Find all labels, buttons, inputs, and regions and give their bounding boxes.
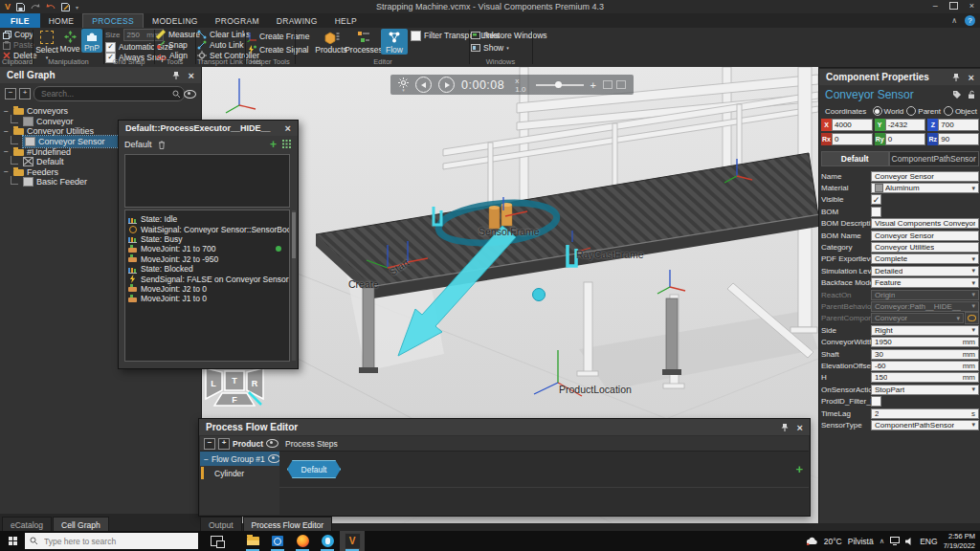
expand-all-button[interactable]: +	[19, 88, 31, 99]
simulation-play-button[interactable]	[438, 77, 455, 93]
simulation-speed-slider[interactable]	[536, 84, 584, 86]
qat-customize-icon[interactable]: ▾	[76, 4, 78, 11]
simulation-reset-button[interactable]	[415, 77, 432, 93]
default-step-badge[interactable]: Default	[287, 460, 341, 478]
flow-group-item[interactable]: −Flow Group #1	[200, 452, 279, 466]
slider-knob[interactable]	[555, 81, 562, 88]
tab-file[interactable]: FILE	[0, 13, 40, 28]
property-onsensoraction-dropdown[interactable]: StopPart▾	[871, 385, 979, 395]
maximize-button[interactable]	[949, 2, 958, 10]
collapse-all-button[interactable]: −	[5, 88, 16, 99]
help-icon[interactable]: ?	[965, 15, 975, 26]
pnp-button[interactable]: PnP	[81, 29, 102, 53]
process-flow-editor-header[interactable]: Process Flow Editor ×	[199, 419, 810, 435]
measure-button[interactable]: Measure	[156, 30, 200, 39]
add-statement-button[interactable]: +	[270, 138, 277, 151]
expand-all-button[interactable]: +	[218, 438, 230, 450]
property-elevationoffset-input[interactable]: -60mm	[871, 361, 979, 371]
auto-link-button[interactable]: Auto Link	[197, 40, 243, 50]
clear-links-button[interactable]: Clear Links	[197, 30, 251, 39]
radio-parent[interactable]: Parent	[906, 106, 941, 116]
taskbar-search-input[interactable]	[42, 536, 193, 547]
add-step-button[interactable]: +	[795, 462, 803, 476]
skype-button[interactable]	[315, 531, 340, 551]
flow-step-row[interactable]: Default +	[279, 452, 809, 488]
visibility-eye-icon[interactable]	[268, 454, 280, 463]
component-picker-icon[interactable]	[965, 312, 979, 324]
language-indicator[interactable]: ENG	[920, 537, 937, 546]
products-button[interactable]: Products	[316, 29, 346, 55]
coord-rx[interactable]: Rx0	[821, 133, 873, 145]
visibility-eye-icon[interactable]	[266, 439, 278, 448]
flow-button[interactable]: Flow	[381, 29, 408, 55]
close-icon[interactable]: ×	[969, 73, 974, 82]
undo-icon[interactable]	[46, 3, 56, 11]
show-button[interactable]: Show▾	[471, 43, 509, 53]
tab-ecatalog[interactable]: eCatalog	[2, 517, 52, 532]
task-view-button[interactable]	[204, 531, 229, 551]
copy-button[interactable]: Copy	[3, 30, 33, 39]
tab-default[interactable]: Default	[821, 151, 889, 166]
redo-icon[interactable]	[31, 3, 40, 11]
outlook-button[interactable]	[265, 531, 290, 551]
coord-rz[interactable]: Rz90	[927, 133, 979, 145]
radio-world[interactable]: World	[873, 106, 904, 116]
pin-icon[interactable]	[781, 423, 789, 432]
close-icon[interactable]: ×	[797, 423, 803, 432]
processes-button[interactable]: Processes	[347, 29, 380, 55]
statement[interactable]: State: Idle	[125, 214, 289, 224]
pin-icon[interactable]	[172, 71, 180, 80]
radio-object[interactable]: Object	[944, 106, 977, 116]
tab-output[interactable]: Output	[200, 517, 242, 532]
clock[interactable]: 2:56 PM7/19/2022	[944, 532, 975, 550]
property-conveyorwidth-input[interactable]: 1950mm	[871, 337, 979, 347]
property-prodid-filter-checkbox[interactable]	[871, 396, 881, 407]
tab-drawing[interactable]: DRAWING	[268, 13, 326, 28]
snap-button[interactable]: Snap	[156, 40, 188, 50]
flow-item-cylinder[interactable]: Cylinder	[200, 466, 279, 480]
paste-button[interactable]: Paste	[3, 40, 34, 50]
property-pdf-exportlevel-dropdown[interactable]: Complete▾	[871, 253, 979, 264]
grid-view-icon[interactable]	[282, 140, 292, 149]
property-bom-name-input[interactable]: Conveyor Sensor	[871, 231, 979, 241]
property-name-input[interactable]: Conveyor Sensor	[871, 171, 979, 182]
scrollbar[interactable]	[292, 210, 296, 361]
coord-x[interactable]: X4000	[821, 119, 873, 131]
save-as-icon[interactable]	[61, 3, 70, 11]
property-bom-description-input[interactable]: Visual Components Conveyor Sensor	[871, 218, 979, 229]
start-button[interactable]	[0, 531, 25, 551]
statement[interactable]: MoveJoint: J1 to 0	[125, 294, 289, 303]
statement[interactable]: MoveJoint: J2 to -950	[125, 254, 289, 264]
executor-tab-default[interactable]: Default	[124, 140, 152, 149]
process-executor-header[interactable]: Default::ProcessExecutor__HIDE__ ×	[119, 121, 298, 136]
file-explorer-button[interactable]	[240, 531, 265, 551]
collapse-all-button[interactable]: −	[204, 438, 215, 450]
select-button[interactable]: Select▾	[35, 29, 58, 59]
firefox-button[interactable]	[290, 531, 315, 551]
property-shaft-input[interactable]: 30mm	[871, 349, 979, 360]
statement[interactable]: MoveJoint: J1 to 700	[125, 244, 289, 253]
minimize-button[interactable]: –	[933, 1, 938, 11]
statement[interactable]: WaitSignal: Conveyor Sensor::SensorBoole…	[125, 224, 289, 233]
property-category-input[interactable]: Conveyor Utilities	[871, 242, 979, 253]
save-icon[interactable]	[16, 3, 25, 11]
property-bom-checkbox[interactable]	[871, 207, 881, 217]
unlock-icon[interactable]	[968, 90, 976, 99]
close-icon[interactable]: ×	[285, 123, 291, 133]
property-backface-mode-dropdown[interactable]: Feature▾	[871, 277, 979, 288]
statement[interactable]: State: Blocked	[125, 264, 289, 274]
collapse-ribbon-icon[interactable]: ∧	[951, 16, 957, 25]
speed-increase-button[interactable]: +	[590, 79, 596, 91]
tab-home[interactable]: HOME	[40, 13, 83, 28]
move-button[interactable]: Move	[58, 29, 81, 54]
tab-process[interactable]: PROCESS	[82, 13, 144, 28]
tree-item-conveyors[interactable]: −Conveyors	[0, 106, 201, 117]
weather-text[interactable]: Pilvistä	[848, 537, 874, 546]
weather-icon[interactable]	[806, 537, 818, 545]
tag-icon[interactable]	[952, 90, 962, 99]
simulation-settings-button[interactable]: ▾	[398, 77, 409, 92]
weather-temp[interactable]: 20°C	[824, 537, 842, 546]
taskbar-search[interactable]	[25, 533, 198, 549]
network-icon[interactable]	[890, 537, 900, 545]
coord-ry[interactable]: Ry0	[875, 133, 926, 145]
